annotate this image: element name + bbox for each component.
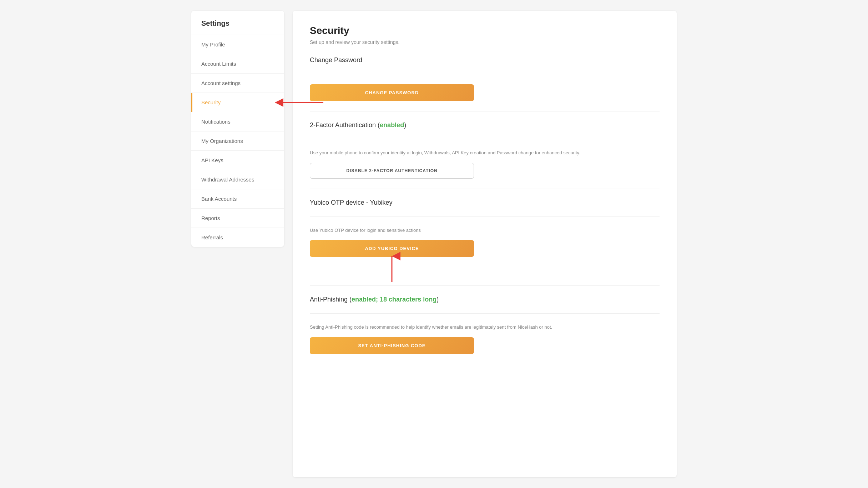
two-factor-title-prefix: 2-Factor Authentication ( (310, 121, 380, 129)
sidebar-link-account-settings[interactable]: Account settings (191, 74, 284, 93)
sidebar-item-withdrawal-addresses[interactable]: Withdrawal Addresses (191, 170, 284, 189)
main-content: Security Set up and review your security… (293, 11, 677, 477)
sidebar-link-bank-accounts[interactable]: Bank Accounts (191, 189, 284, 208)
anti-phishing-description: Setting Anti-Phishing code is recommende… (310, 324, 660, 331)
sidebar-item-referrals[interactable]: Referrals (191, 228, 284, 247)
sidebar-link-account-limits[interactable]: Account Limits (191, 54, 284, 73)
sidebar-link-my-organizations[interactable]: My Organizations (191, 131, 284, 150)
change-password-title: Change Password (310, 56, 660, 64)
divider-1 (310, 74, 660, 74)
page-subtitle: Set up and review your security settings… (310, 39, 660, 45)
red-arrow-yubico-icon (381, 253, 403, 282)
two-factor-description: Use your mobile phone to confirm your id… (310, 149, 660, 156)
disable-2fa-button[interactable]: DISABLE 2-FACTOR AUTHENTICATION (310, 163, 474, 179)
sidebar-link-security[interactable]: Security (192, 93, 284, 112)
divider-5 (310, 216, 660, 217)
sidebar-item-api-keys[interactable]: API Keys (191, 151, 284, 170)
sidebar-item-security[interactable]: Security (191, 93, 284, 112)
yubikey-button-wrapper: ADD YUBICO DEVICE (310, 240, 474, 257)
yubikey-description: Use Yubico OTP device for login and sens… (310, 227, 660, 234)
sidebar-item-my-organizations[interactable]: My Organizations (191, 131, 284, 151)
yubikey-title: Yubico OTP device - Yubikey (310, 199, 660, 206)
sidebar-link-api-keys[interactable]: API Keys (191, 151, 284, 170)
sidebar-item-my-profile[interactable]: My Profile (191, 35, 284, 54)
divider-3 (310, 139, 660, 139)
sidebar-nav: My Profile Account Limits Account settin… (191, 35, 284, 247)
sidebar-item-bank-accounts[interactable]: Bank Accounts (191, 189, 284, 209)
anti-phishing-title-prefix: Anti-Phishing ( (310, 296, 352, 303)
sidebar-link-referrals[interactable]: Referrals (191, 228, 284, 247)
yubikey-section: Yubico OTP device - Yubikey Use Yubico O… (310, 199, 660, 257)
two-factor-section: 2-Factor Authentication (enabled) Use yo… (310, 121, 660, 179)
sidebar-link-my-profile[interactable]: My Profile (191, 35, 284, 54)
sidebar-link-withdrawal-addresses[interactable]: Withdrawal Addresses (191, 170, 284, 189)
set-anti-phishing-button[interactable]: SET ANTI-PHISHING CODE (310, 337, 474, 354)
anti-phishing-status: enabled; 18 characters long (352, 296, 436, 303)
divider-7 (310, 313, 660, 314)
divider-2 (310, 111, 660, 111)
change-password-section: Change Password CHANGE PASSWORD (310, 56, 660, 101)
sidebar-item-account-limits[interactable]: Account Limits (191, 54, 284, 74)
divider-4 (310, 189, 660, 189)
two-factor-title: 2-Factor Authentication (enabled) (310, 121, 660, 129)
sidebar: Settings My Profile Account Limits Accou… (191, 11, 284, 247)
two-factor-title-suffix: ) (404, 121, 406, 129)
sidebar-link-reports[interactable]: Reports (191, 209, 284, 228)
divider-6 (310, 285, 660, 286)
anti-phishing-title: Anti-Phishing (enabled; 18 characters lo… (310, 296, 660, 303)
sidebar-item-notifications[interactable]: Notifications (191, 112, 284, 131)
sidebar-item-reports[interactable]: Reports (191, 209, 284, 228)
sidebar-link-notifications[interactable]: Notifications (191, 112, 284, 131)
sidebar-item-account-settings[interactable]: Account settings (191, 74, 284, 93)
two-factor-status: enabled (380, 121, 404, 129)
anti-phishing-section: Anti-Phishing (enabled; 18 characters lo… (310, 296, 660, 354)
add-yubico-button[interactable]: ADD YUBICO DEVICE (310, 240, 474, 257)
anti-phishing-title-suffix: ) (436, 296, 439, 303)
sidebar-title: Settings (191, 11, 284, 35)
change-password-button[interactable]: CHANGE PASSWORD (310, 84, 474, 101)
page-title: Security (310, 25, 660, 36)
